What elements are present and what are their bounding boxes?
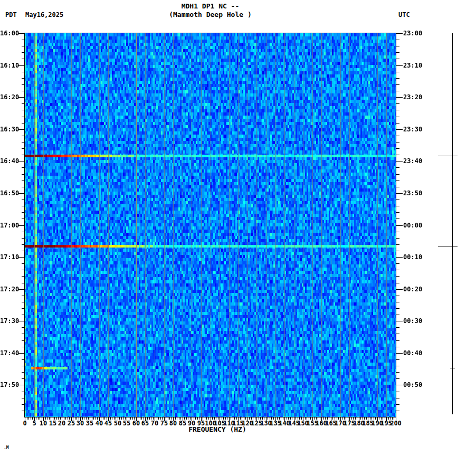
y-left-tick [22, 148, 25, 149]
y-left-tick [22, 263, 25, 264]
y-left-tick [22, 117, 25, 117]
y-left-tick [22, 84, 25, 85]
y-right-tick [396, 276, 399, 277]
x-tick [38, 417, 39, 420]
y-left-tick [22, 174, 25, 175]
y-right-tick-label: 00:50 [403, 382, 422, 388]
y-left-tick [22, 78, 25, 79]
y-right-tick [396, 97, 403, 98]
y-left-tick [18, 129, 25, 130]
y-left-tick-label: 16:00 [0, 30, 18, 36]
y-left-tick-label: 17:00 [0, 222, 18, 229]
y-right-tick [396, 411, 399, 411]
y-left-tick [18, 161, 25, 162]
x-tick [360, 417, 361, 420]
y-right-tick-label: 23:30 [403, 126, 422, 132]
y-left-tick-label: 16:50 [0, 190, 18, 196]
y-left-tick [22, 251, 25, 251]
x-tick [287, 417, 287, 420]
y-right-tick [396, 321, 403, 321]
y-right-tick [396, 315, 399, 315]
x-tick [82, 417, 83, 420]
y-right-tick-label: 23:50 [403, 190, 422, 196]
y-left-tick [22, 155, 25, 155]
y-left-tick [22, 283, 25, 283]
y-left-tick [22, 46, 25, 46]
x-tick [314, 417, 315, 420]
y-left-tick [22, 340, 25, 341]
y-right-tick [396, 263, 399, 264]
y-left-tick [18, 33, 25, 34]
y-left-tick [22, 91, 25, 91]
x-tick [177, 417, 177, 420]
x-tick [342, 417, 342, 420]
x-tick [166, 417, 166, 420]
y-left-tick [18, 97, 25, 98]
y-left-tick [22, 206, 25, 206]
x-tick [186, 417, 187, 420]
x-tick [129, 417, 129, 420]
amplitude-event-marker [438, 156, 458, 156]
y-right-tick [396, 218, 399, 219]
y-left-tick [18, 289, 25, 290]
x-tick [84, 417, 84, 420]
y-right-tick-label: 00:00 [403, 222, 422, 229]
y-right-tick [396, 212, 399, 213]
y-left-tick-label: 17:40 [0, 350, 18, 356]
x-tick [158, 417, 159, 420]
y-left-tick-label: 17:10 [0, 254, 18, 260]
y-left-tick [22, 200, 25, 200]
y-right-tick [396, 52, 399, 53]
y-right-tick-label: 00:40 [403, 350, 422, 356]
y-left-tick [22, 378, 25, 379]
y-left-tick [22, 372, 25, 373]
y-right-tick [396, 302, 399, 302]
x-tick [31, 417, 31, 420]
y-left-tick [22, 72, 25, 72]
y-left-tick [18, 193, 25, 194]
y-right-tick [396, 33, 403, 34]
x-tick [103, 417, 103, 420]
x-tick [388, 417, 389, 420]
y-right-tick [396, 91, 399, 91]
y-right-tick [396, 296, 399, 296]
y-right-tick [396, 206, 399, 206]
y-left-tick [18, 385, 25, 385]
x-tick [194, 417, 194, 420]
x-tick [28, 417, 29, 420]
y-right-tick [396, 372, 399, 373]
x-tick [93, 417, 94, 420]
y-right-tick [396, 289, 403, 290]
x-tick [140, 417, 140, 420]
x-tick [110, 417, 111, 420]
y-left-tick [22, 212, 25, 213]
y-left-tick [22, 308, 25, 309]
y-right-tick [396, 359, 399, 360]
y-left-tick [22, 187, 25, 187]
x-tick [168, 417, 168, 420]
y-left-tick [22, 232, 25, 232]
x-tick [370, 417, 370, 420]
y-left-tick [22, 347, 25, 347]
x-tick [64, 417, 64, 420]
y-left-tick [22, 103, 25, 104]
y-left-tick [22, 334, 25, 334]
amplitude-event-marker [450, 368, 455, 368]
y-left-tick-label: 16:30 [0, 126, 18, 132]
y-right-tick [396, 110, 399, 110]
y-right-tick [396, 353, 403, 354]
y-right-tick [396, 378, 399, 379]
y-right-tick-label: 00:10 [403, 254, 422, 260]
spectrogram-canvas [25, 33, 396, 417]
x-tick [203, 417, 203, 420]
x-tick [249, 417, 250, 420]
x-tick [119, 417, 120, 420]
y-left-tick [22, 411, 25, 411]
y-right-tick [396, 283, 399, 283]
y-right-tick [396, 180, 399, 181]
y-left-tick [22, 180, 25, 181]
y-left-tick [22, 40, 25, 40]
x-tick [101, 417, 101, 420]
y-left-tick [22, 167, 25, 168]
x-tick [92, 417, 92, 420]
